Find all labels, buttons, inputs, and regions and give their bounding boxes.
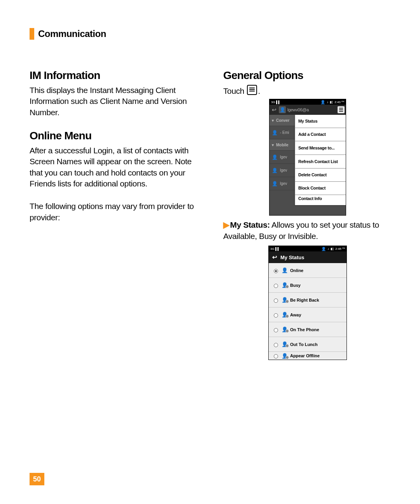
person-icon: 👤	[282, 297, 288, 303]
popup-item[interactable]: Block Contact	[295, 182, 346, 195]
status-list: 👤Online👤Busy👤Be Right Back👤Away👤On The P…	[269, 263, 346, 360]
bullet-arrow-icon: ▶	[223, 220, 229, 229]
back-icon[interactable]: ↩	[270, 105, 279, 115]
status-label: Out To Lunch	[290, 342, 318, 347]
battery-icon: ▮▯	[331, 247, 334, 251]
status-option[interactable]: 👤Appear Offline	[269, 352, 346, 360]
contact-list-area: ▾Conver👤- Emi▾Mobile👤lgev👤lgev👤lgev My S…	[270, 115, 346, 215]
status-radio[interactable]	[274, 313, 278, 318]
status-option[interactable]: 👤Online	[269, 263, 346, 278]
status-radio[interactable]	[274, 343, 278, 347]
person-icon: 👤	[282, 267, 288, 273]
screenshot-options-menu: 3G ▌▌ 👤 ♪ ▮▯ 2:43 ᴾᴹ ↩ 👤 lgewv06@a ▾Conv…	[269, 99, 346, 216]
status-option[interactable]: 👤On The Phone	[269, 322, 346, 337]
status-option[interactable]: 👤Be Right Back	[269, 293, 346, 307]
status-label: Appear Offline	[290, 353, 320, 358]
status-option[interactable]: 👤Busy	[269, 278, 346, 293]
person-icon: 👤	[282, 327, 288, 332]
popup-item[interactable]: Contact Info	[295, 195, 346, 205]
status-radio[interactable]	[274, 284, 278, 288]
avatar-icon: 👤	[279, 106, 286, 113]
chevron-down-icon: ▾	[272, 143, 274, 147]
person-icon: 👤	[282, 312, 288, 318]
clock: 2:45 ᴾᴹ	[335, 247, 345, 251]
person-icon: 👤	[272, 181, 278, 186]
touch-prefix: Touch	[223, 86, 246, 95]
status-label: Busy	[290, 283, 301, 288]
popup-item[interactable]: My Status	[295, 115, 346, 128]
signal-indicator: 3G ▌▌	[270, 247, 280, 251]
options-menu-button[interactable]	[338, 106, 345, 113]
online-menu-heading: Online Menu	[30, 130, 198, 142]
popup-item[interactable]: Send Message to...	[295, 141, 346, 155]
status-radio[interactable]	[274, 269, 278, 273]
contact-label: - Emi	[280, 130, 289, 135]
online-menu-body-2: The following options may vary from prov…	[30, 201, 198, 223]
im-information-heading: IM Information	[30, 69, 198, 82]
username-label: lgewv06@a	[287, 107, 338, 112]
im-information-body: This displays the Instant Messaging Clie…	[30, 85, 198, 118]
person-icon: 👤	[320, 100, 325, 104]
contact-label: lgev	[280, 155, 287, 159]
phone-status-bar: 3G ▌▌ 👤 ♪ ▮▯ 2:45 ᴾᴹ	[269, 246, 346, 251]
person-icon: 👤	[272, 168, 278, 173]
right-column: General Options Touch . 3G ▌▌ 👤 ♪ ▮▯ 2:4…	[223, 69, 392, 363]
status-radio[interactable]	[274, 354, 278, 358]
music-icon: ♪	[327, 100, 328, 104]
popup-item[interactable]: Refresh Contact List	[295, 155, 346, 169]
group-label: Conver	[276, 118, 289, 123]
person-icon: 👤	[272, 155, 278, 160]
left-column: IM Information This displays the Instant…	[30, 69, 198, 363]
my-status-header: ↩ My Status	[269, 251, 346, 263]
touch-instruction: Touch .	[223, 85, 392, 97]
status-label: Away	[290, 313, 301, 317]
group-label: Mobile	[276, 143, 289, 147]
back-icon[interactable]: ↩	[269, 254, 280, 261]
options-popup: My StatusAdd a ContactSend Message to...…	[295, 115, 346, 205]
contact-label: lgev	[280, 181, 287, 186]
menu-icon	[247, 85, 257, 95]
person-icon: 👤	[282, 282, 288, 288]
status-radio[interactable]	[274, 299, 278, 303]
header-bar-icon	[30, 28, 34, 40]
status-label: Online	[290, 268, 303, 273]
chevron-down-icon: ▾	[272, 118, 274, 123]
status-label: Be Right Back	[290, 298, 319, 302]
contact-label: lgev	[280, 168, 287, 172]
section-title: Communication	[38, 28, 106, 39]
bullet-label: My Status:	[230, 220, 270, 229]
status-option[interactable]: 👤Out To Lunch	[269, 337, 346, 352]
person-icon: 👤	[272, 130, 278, 135]
section-header: Communication	[30, 28, 392, 40]
status-option[interactable]: 👤Away	[269, 307, 346, 322]
im-app-header: ↩ 👤 lgewv06@a	[270, 105, 346, 115]
music-icon: ♪	[327, 247, 329, 251]
clock: 2:43 ᴾᴹ	[334, 100, 344, 104]
person-icon: 👤	[282, 353, 288, 359]
battery-icon: ▮▯	[330, 100, 333, 104]
popup-item[interactable]: Delete Contact	[295, 169, 346, 182]
status-label: On The Phone	[290, 327, 319, 332]
phone-status-bar: 3G ▌▌ 👤 ♪ ▮▯ 2:43 ᴾᴹ	[270, 99, 346, 105]
person-icon: 👤	[282, 341, 288, 347]
status-radio[interactable]	[274, 328, 278, 332]
signal-indicator: 3G ▌▌	[271, 100, 280, 104]
online-menu-body-1: After a successful Login, a list of cont…	[30, 145, 198, 189]
popup-item[interactable]: Add a Contact	[295, 128, 346, 141]
touch-suffix: .	[258, 86, 260, 95]
person-icon: 👤	[321, 247, 326, 251]
page-number: 50	[30, 473, 44, 485]
my-status-title: My Status	[280, 255, 304, 260]
screenshot-my-status: 3G ▌▌ 👤 ♪ ▮▯ 2:45 ᴾᴹ ↩ My Status 👤Online…	[268, 246, 347, 360]
general-options-heading: General Options	[223, 69, 392, 82]
my-status-bullet: ▶My Status: Allows you to set your statu…	[223, 220, 392, 242]
